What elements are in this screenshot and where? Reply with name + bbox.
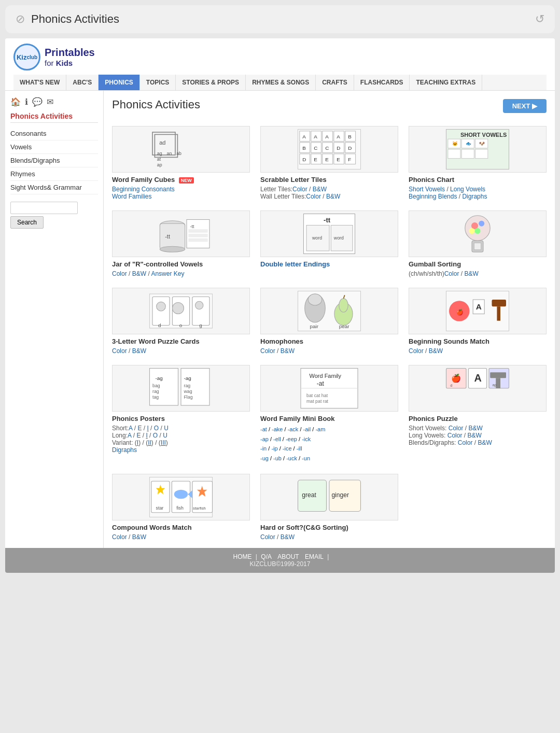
link-un[interactable]: -un bbox=[302, 455, 310, 461]
link-cw-bw[interactable]: B&W bbox=[132, 533, 146, 541]
link-pp-se[interactable]: E bbox=[137, 425, 142, 432]
link-ake[interactable]: -ake bbox=[272, 426, 283, 432]
info-icon[interactable]: ℹ bbox=[25, 97, 28, 107]
link-pzl-lv-color[interactable]: Color bbox=[447, 432, 463, 439]
footer-qa[interactable]: Q/A bbox=[261, 553, 272, 560]
link-short-vowels[interactable]: Short Vowels bbox=[409, 186, 445, 193]
sidebar-link-blends[interactable]: Blends/Digraphs bbox=[10, 154, 98, 167]
link-bs-bw[interactable]: B&W bbox=[429, 347, 443, 355]
thumb-wfmb[interactable]: Word Family -at bat cat hat mat pat rat bbox=[260, 365, 398, 412]
thumb-puzzle-cards[interactable]: d o g bbox=[112, 288, 250, 334]
thumb-gumball[interactable] bbox=[409, 210, 547, 257]
search-button[interactable]: Search bbox=[10, 216, 44, 229]
footer-home[interactable]: HOME bbox=[233, 553, 252, 560]
link-pp-digraphs[interactable]: Digraphs bbox=[112, 446, 137, 454]
link-pp-lu[interactable]: U bbox=[163, 432, 167, 439]
thumb-phonics-chart[interactable]: SHORT VOWELS 🐱 🐟 🐶 bbox=[409, 126, 547, 173]
link-long-vowels[interactable]: Long Vowels bbox=[450, 186, 485, 193]
link-jar-color[interactable]: Color bbox=[112, 270, 127, 277]
link-scrabble-color[interactable]: Color bbox=[292, 186, 307, 193]
link-ail[interactable]: -ail bbox=[303, 426, 311, 432]
nav-topics[interactable]: TOPICS bbox=[140, 75, 176, 90]
nav-phonics[interactable]: PHONICS bbox=[99, 75, 140, 90]
thumb-scrabble[interactable]: A A A A B B C C D D D E bbox=[260, 126, 398, 173]
home-icon[interactable]: 🏠 bbox=[10, 97, 21, 107]
reload-icon[interactable]: ↺ bbox=[535, 12, 544, 26]
link-double-letter[interactable]: Double letter Endings bbox=[260, 260, 330, 268]
link-ack[interactable]: -ack bbox=[288, 426, 299, 432]
link-gumball-bw[interactable]: B&W bbox=[464, 270, 478, 277]
link-bs-color[interactable]: Color bbox=[409, 347, 424, 355]
link-gumball-color[interactable]: Color bbox=[444, 270, 459, 277]
name-double-letter[interactable]: Double letter Endings bbox=[260, 260, 398, 268]
link-pzl-sv-color[interactable]: Color bbox=[449, 425, 464, 432]
link-at[interactable]: -at bbox=[260, 426, 267, 432]
link-pp-li[interactable]: I bbox=[146, 432, 147, 439]
thumb-phonics-posters[interactable]: -ag -ag bag rag tag rag wag Flag bbox=[112, 365, 250, 412]
link-pzl-bd-bw[interactable]: B&W bbox=[478, 439, 492, 446]
nav-crafts[interactable]: CRAFTS bbox=[316, 75, 354, 90]
logo-circle[interactable]: Kizclub bbox=[13, 44, 40, 71]
link-eep[interactable]: -eep bbox=[286, 436, 297, 442]
link-ick[interactable]: -ick bbox=[302, 436, 311, 442]
link-pp-la[interactable]: A bbox=[128, 432, 131, 439]
thumb-beginning-sounds[interactable]: 🍎 A bbox=[409, 288, 547, 334]
nav-rhymes[interactable]: RHYMES & SONGS bbox=[246, 75, 316, 90]
link-homo-color[interactable]: Color bbox=[260, 347, 275, 355]
link-pp-sa[interactable]: A bbox=[129, 425, 132, 432]
link-digraphs[interactable]: Digraphs bbox=[462, 193, 487, 200]
link-uck[interactable]: -uck bbox=[286, 455, 297, 461]
link-beginning-blends[interactable]: Beginning Blends bbox=[409, 193, 457, 200]
thumb-compound-words[interactable]: star fish starfish bbox=[112, 474, 250, 520]
footer-email[interactable]: EMAIL bbox=[305, 553, 324, 560]
link-pzl-lv-bw[interactable]: B&W bbox=[467, 432, 481, 439]
link-pp-le[interactable]: E bbox=[136, 432, 141, 439]
thumb-phonics-puzzle[interactable]: 🍎 d A ap bbox=[409, 365, 547, 412]
link-pp-so[interactable]: O bbox=[154, 425, 159, 432]
footer-about[interactable]: ABOUT bbox=[277, 553, 299, 560]
link-beginning-consonants[interactable]: Beginning Consonants bbox=[112, 186, 175, 193]
link-pzl-sv-bw[interactable]: B&W bbox=[468, 425, 482, 432]
link-ice[interactable]: -ice bbox=[283, 445, 292, 452]
link-word-families[interactable]: Word Families bbox=[112, 193, 151, 200]
sidebar-link-consonants[interactable]: Consonants bbox=[10, 127, 98, 140]
link-am[interactable]: -am bbox=[315, 426, 325, 432]
link-scrabble-bw[interactable]: B&W bbox=[313, 186, 327, 193]
link-hs-bw[interactable]: B&W bbox=[281, 533, 295, 541]
link-pp-v2[interactable]: II bbox=[148, 439, 151, 446]
sidebar-link-vowels[interactable]: Vowels bbox=[10, 140, 98, 154]
link-in[interactable]: -in bbox=[260, 445, 267, 452]
nav-flashcards[interactable]: FLASHCARDS bbox=[354, 75, 410, 90]
link-pp-v1[interactable]: I bbox=[137, 439, 138, 446]
link-pp-v3[interactable]: III bbox=[161, 439, 166, 446]
link-wall-color[interactable]: Color bbox=[306, 193, 321, 200]
search-input[interactable] bbox=[10, 202, 78, 214]
thumb-word-family-cubes[interactable]: ad ag an ab at ap bbox=[112, 126, 250, 173]
link-hs-color[interactable]: Color bbox=[260, 533, 275, 541]
sidebar-link-rhymes[interactable]: Rhymes bbox=[10, 167, 98, 181]
thumb-homophones[interactable]: pair pear bbox=[260, 288, 398, 334]
nav-teaching[interactable]: TEACHING EXTRAS bbox=[410, 75, 482, 90]
link-ap[interactable]: -ap bbox=[260, 436, 269, 442]
link-ip[interactable]: -ip bbox=[271, 445, 277, 452]
link-puzzle-color[interactable]: Color bbox=[112, 347, 127, 355]
link-ub[interactable]: -ub bbox=[273, 455, 282, 461]
link-wall-bw[interactable]: B&W bbox=[326, 193, 340, 200]
thumb-hard-soft[interactable]: great ginger bbox=[260, 474, 398, 520]
link-jar-bw[interactable]: B&W bbox=[132, 270, 146, 277]
thumb-jar-vowels[interactable]: -tt -tt bbox=[112, 210, 250, 257]
link-pp-su[interactable]: U bbox=[164, 425, 169, 432]
nav-abcs[interactable]: ABC's bbox=[66, 75, 99, 90]
thumb-double-letter[interactable]: -tt word word bbox=[260, 210, 398, 257]
chat-icon[interactable]: 💬 bbox=[32, 97, 43, 107]
link-jar-answer[interactable]: Answer Key bbox=[151, 270, 184, 277]
next-button[interactable]: NEXT ▶ bbox=[503, 99, 547, 113]
link-homo-bw[interactable]: B&W bbox=[281, 347, 295, 355]
sidebar-link-sightwords[interactable]: Sight Words& Grammar bbox=[10, 181, 98, 194]
link-cw-color[interactable]: Color bbox=[112, 533, 127, 541]
link-pp-lo[interactable]: O bbox=[153, 432, 158, 439]
email-icon[interactable]: ✉ bbox=[47, 97, 53, 107]
nav-whats-new[interactable]: WHAT'S NEW bbox=[13, 75, 66, 90]
link-ill[interactable]: -ill bbox=[297, 445, 302, 452]
link-ell[interactable]: -ell bbox=[273, 436, 281, 442]
